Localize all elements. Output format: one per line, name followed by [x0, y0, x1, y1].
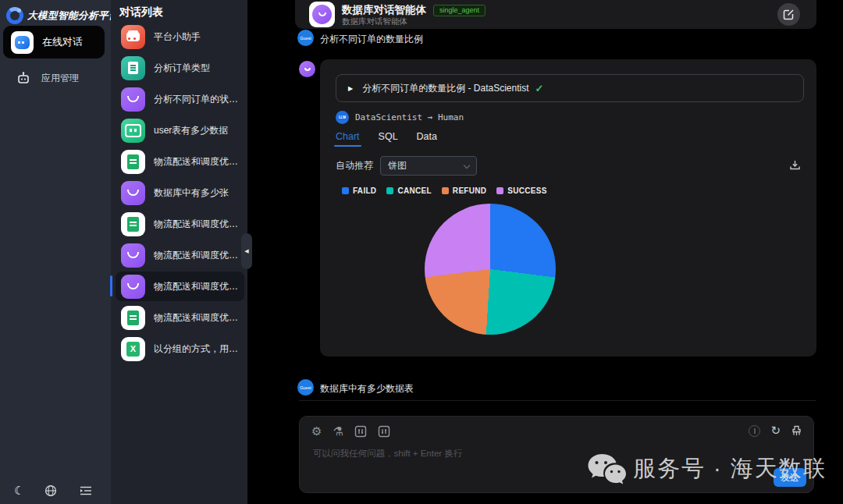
- sidebar-footer: ☾: [0, 481, 111, 501]
- list-item[interactable]: 物流配送和调度优化...: [116, 303, 244, 332]
- tab-chart[interactable]: Chart: [336, 131, 360, 147]
- panel-collapse-handle[interactable]: ◀: [241, 233, 252, 269]
- chevron-down-icon: [464, 162, 470, 169]
- tab-data[interactable]: Data: [417, 131, 437, 147]
- sidebar-item-label: 应用管理: [41, 72, 79, 85]
- tab-sql[interactable]: SQL: [379, 131, 398, 147]
- user-message: 分析不同订单的数量比例: [320, 33, 423, 46]
- flow-row: LLM DataScientist → Human: [336, 111, 464, 124]
- legend-item[interactable]: SUCCESS: [496, 186, 546, 195]
- legend-marker: [386, 187, 393, 194]
- conversation-list-title: 对话列表: [119, 5, 163, 20]
- spreadsheet-icon: [121, 337, 145, 361]
- app-logo: 大模型智能分析平台: [6, 7, 119, 24]
- legend-item[interactable]: REFUND: [442, 186, 486, 195]
- primary-sidebar: 大模型智能分析平台 在线对话 应用管理 ☾: [0, 0, 111, 504]
- step-collapse-row[interactable]: ▶ 分析不同订单的数量比例 - DataScientist ✓: [336, 74, 804, 102]
- chat-bubble-icon: [11, 31, 34, 54]
- composer-actions: ↻: [738, 424, 802, 437]
- book-icon: [121, 150, 145, 174]
- caret-right-icon: ▶: [348, 85, 353, 92]
- book-icon: [121, 212, 145, 236]
- chat-header: 数据库对话智能体 single_agent 数据库对话智能体: [295, 0, 816, 29]
- sidebar-item-app-management[interactable]: 应用管理: [3, 66, 105, 91]
- open-edit-button[interactable]: [777, 3, 800, 26]
- chart-config-icon-2[interactable]: [378, 425, 390, 438]
- list-item[interactable]: 分析不同订单的状态...: [116, 84, 244, 114]
- globe-icon[interactable]: [44, 484, 57, 497]
- app-window: 大模型智能分析平台 在线对话 应用管理 ☾ 对话列表 平: [0, 0, 843, 504]
- list-item[interactable]: 物流配送和调度优化...: [116, 147, 244, 176]
- conversation-list-panel: 对话列表 平台小助手 分析订单类型 分析不同订单的状态... user表有多少数…: [111, 0, 247, 504]
- moon-icon[interactable]: ☾: [14, 484, 24, 498]
- sidebar-item-label: 在线对话: [42, 35, 83, 49]
- sidebar-item-online-chat[interactable]: 在线对话: [3, 26, 105, 59]
- agent-type-badge: single_agent: [433, 5, 486, 16]
- status-circle-icon[interactable]: [749, 425, 760, 437]
- edit-icon: [783, 9, 795, 20]
- document-icon: [121, 56, 145, 80]
- user-message: 数据库中有多少数据表: [320, 382, 414, 396]
- collapse-menu-icon[interactable]: [80, 485, 92, 496]
- clear-brush-icon[interactable]: [791, 425, 802, 437]
- list-item[interactable]: 物流配送和调度优化...: [116, 240, 244, 270]
- legend-marker: [442, 187, 449, 194]
- refresh-icon[interactable]: ↻: [770, 424, 781, 437]
- result-tabs: Chart SQL Data: [336, 131, 456, 147]
- composer-toolbar: ⚙ ⚗: [311, 424, 401, 438]
- download-icon: [789, 159, 801, 171]
- chart-legend: FAILD CANCEL REFUND SUCCESS: [342, 186, 557, 195]
- message-composer[interactable]: ⚙ ⚗ ↻ 可以问我任何问题，shift + Enter 换行 发送: [299, 416, 814, 493]
- agent-subtitle: 数据库对话智能体: [342, 16, 407, 27]
- book-icon: [121, 306, 145, 330]
- list-item[interactable]: 平台小助手: [116, 22, 244, 51]
- list-item[interactable]: user表有多少数据: [116, 115, 244, 145]
- conversation-list: 平台小助手 分析订单类型 分析不同订单的状态... user表有多少数据 物流配…: [116, 22, 244, 365]
- agent-icon: [121, 87, 145, 112]
- chart-type-select[interactable]: 饼图: [380, 156, 477, 176]
- legend-item[interactable]: CANCEL: [386, 186, 431, 195]
- legend-marker: [342, 187, 349, 194]
- robot-icon: [16, 71, 30, 85]
- flask-icon[interactable]: ⚗: [333, 424, 343, 438]
- composer-placeholder[interactable]: 可以问我任何问题，shift + Enter 换行: [313, 448, 462, 460]
- pie-chart: [425, 204, 556, 335]
- robot-icon: [121, 119, 145, 143]
- auto-recommend-label: 自动推荐: [336, 159, 373, 172]
- send-button[interactable]: 发送: [774, 468, 806, 487]
- agent-icon: [121, 181, 145, 205]
- llm-avatar: LLM: [336, 111, 349, 124]
- collapse-left-icon: ◀: [244, 248, 248, 254]
- list-item[interactable]: 分析订单类型: [116, 53, 244, 83]
- flow-label: DataScientist → Human: [355, 112, 464, 122]
- step-title: 分析不同订单的数量比例 - DataScientist: [362, 82, 528, 95]
- settings-gear-icon[interactable]: ⚙: [311, 424, 322, 438]
- legend-item[interactable]: FAILD: [342, 186, 376, 195]
- list-item[interactable]: 以分组的方式，用图...: [116, 334, 244, 364]
- legend-marker: [496, 187, 503, 194]
- user-avatar: Guest: [297, 30, 314, 46]
- agent-icon: [121, 275, 145, 299]
- success-check-icon: ✓: [535, 83, 544, 94]
- divider: [299, 400, 816, 401]
- list-item[interactable]: 物流配送和调度优化...: [116, 272, 244, 301]
- assistant-icon: [121, 25, 145, 49]
- agent-avatar: [309, 2, 335, 27]
- list-item[interactable]: 数据库中有多少张: [116, 178, 244, 208]
- agent-title: 数据库对话智能体: [342, 3, 426, 17]
- agent-icon: [121, 243, 145, 268]
- list-item[interactable]: 物流配送和调度优化...: [116, 209, 244, 239]
- user-avatar: Guest: [297, 379, 314, 396]
- app-title: 大模型智能分析平台: [27, 9, 119, 23]
- agent-response-card: ▶ 分析不同订单的数量比例 - DataScientist ✓ LLM Data…: [320, 59, 816, 357]
- agent-avatar-small: [299, 61, 315, 77]
- download-chart-button[interactable]: [789, 159, 801, 171]
- logo-icon: [6, 7, 23, 24]
- chart-config-icon[interactable]: [354, 425, 367, 438]
